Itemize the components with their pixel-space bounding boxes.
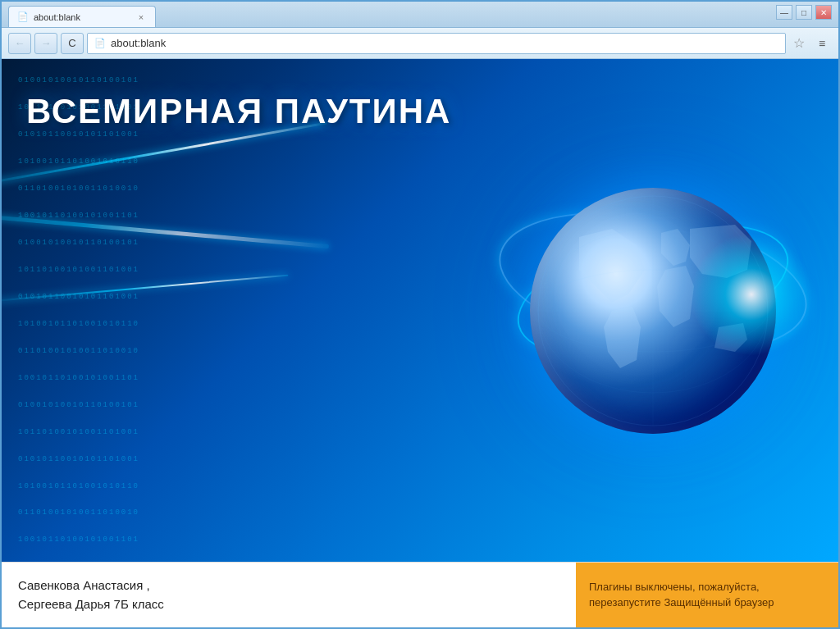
tab-title: about:blank (34, 12, 130, 22)
rain-line: 01010110010101101001 (18, 130, 362, 139)
digital-rain: 0100101001011010010110110100101001101001… (2, 59, 378, 562)
rain-line: 01001010010110100101 (18, 76, 362, 84)
back-button[interactable]: ← (8, 33, 31, 54)
window-controls: — □ ✕ (776, 5, 832, 20)
bottom-bar: Савенкова Анастасия , Сергеева Дарья 7Б … (2, 562, 838, 627)
address-favicon: 📄 (94, 38, 106, 48)
rain-line: 10100101101001010110 (18, 320, 362, 328)
author-line-2: Сергеева Дарья 7Б класс (18, 595, 559, 614)
slide-title: ВСЕМИРНАЯ ПАУТИНА (26, 92, 451, 131)
rain-line: 10010110100101001101 (18, 536, 362, 544)
maximize-button[interactable]: □ (796, 5, 812, 20)
notification-bar[interactable]: Плагины выключены, пожалуйста, перезапус… (576, 563, 838, 627)
close-button[interactable]: ✕ (815, 5, 832, 20)
rain-line: 01101001010011010010 (18, 185, 362, 193)
bookmark-button[interactable]: ☆ (789, 34, 809, 53)
rain-line: 01101001010011010010 (18, 508, 362, 517)
address-text: about:blank (111, 37, 778, 49)
glow-burst (690, 233, 813, 356)
slide-container: 0100101001011010010110110100101001101001… (2, 59, 838, 562)
menu-button[interactable]: ≡ (812, 34, 832, 53)
address-bar[interactable]: 📄 about:blank (87, 33, 786, 54)
navigation-bar: ← → C 📄 about:blank ☆ ≡ (2, 28, 838, 59)
content-area: 0100101001011010010110110100101001101001… (2, 59, 838, 627)
rain-line: 10100101101001010110 (18, 482, 362, 490)
rain-line: 10110100101001101001 (18, 428, 362, 436)
rain-line: 01101001010011010010 (18, 347, 362, 355)
browser-tab[interactable]: 📄 about:blank × (8, 6, 156, 27)
tab-close-button[interactable]: × (135, 11, 147, 23)
forward-button[interactable]: → (34, 33, 57, 54)
title-bar: 📄 about:blank × — □ ✕ (2, 2, 838, 28)
browser-window: 📄 about:blank × — □ ✕ ← → C 📄 about:blan… (0, 0, 840, 629)
author-line-1: Савенкова Анастасия , (18, 577, 559, 595)
rain-line: 01010110010101101001 (18, 455, 362, 463)
rain-line: 10010110100101001101 (18, 374, 362, 382)
notification-text: Плагины выключены, пожалуйста, перезапус… (589, 580, 825, 609)
minimize-button[interactable]: — (776, 5, 792, 20)
globe-container (509, 167, 797, 454)
tab-favicon: 📄 (17, 11, 29, 23)
nav-right-controls: ☆ ≡ (789, 34, 832, 53)
rain-line: 10110100101001101001 (18, 266, 362, 274)
rain-line: 01001010010110100101 (18, 401, 362, 409)
refresh-button[interactable]: C (61, 33, 84, 54)
rain-line: 10010110100101001101 (18, 212, 362, 220)
bottom-text-area: Савенкова Анастасия , Сергеева Дарья 7Б … (2, 563, 576, 627)
rain-line: 10100101101001010110 (18, 157, 362, 166)
